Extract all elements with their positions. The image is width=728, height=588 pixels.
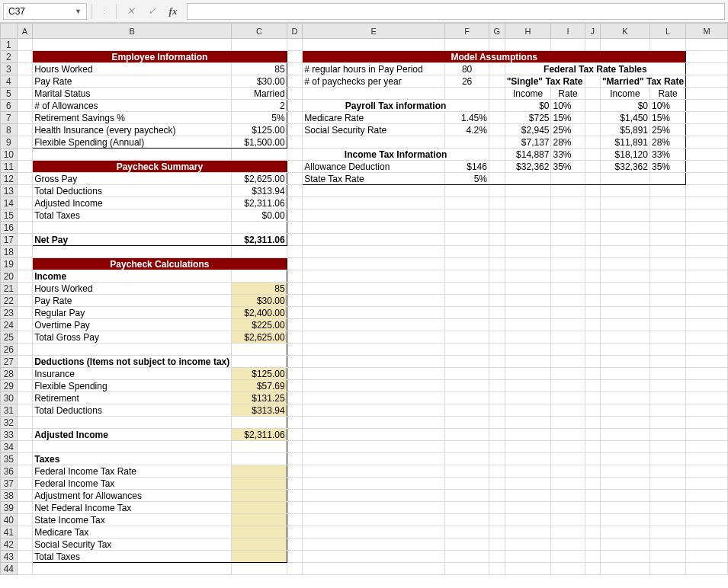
cell[interactable]: [551, 502, 585, 514]
cell[interactable]: "Single" Tax Rate: [505, 75, 585, 88]
cell[interactable]: [585, 429, 600, 441]
cell[interactable]: [649, 538, 685, 551]
cell[interactable]: [649, 514, 685, 526]
cell[interactable]: 85: [232, 283, 287, 295]
cell[interactable]: [585, 173, 600, 185]
cell[interactable]: [686, 185, 728, 197]
cell[interactable]: Social Security Tax: [33, 538, 232, 551]
cell[interactable]: [489, 246, 505, 258]
cell[interactable]: [649, 173, 685, 185]
cell[interactable]: [232, 514, 287, 526]
cell[interactable]: 25%: [649, 124, 685, 136]
cell[interactable]: [17, 538, 33, 551]
cell[interactable]: 28%: [551, 136, 585, 149]
cell[interactable]: [649, 453, 685, 465]
cell[interactable]: [649, 295, 685, 307]
row-header[interactable]: 27: [1, 356, 18, 368]
cell[interactable]: Retirement Savings %: [33, 112, 232, 124]
cell[interactable]: [445, 356, 489, 368]
cell[interactable]: $1,450: [600, 112, 649, 124]
row-header[interactable]: 8: [1, 124, 18, 136]
cell[interactable]: [505, 429, 551, 441]
cell[interactable]: [17, 63, 33, 75]
row-header[interactable]: 11: [1, 161, 18, 173]
cell[interactable]: [505, 478, 551, 490]
cell[interactable]: [585, 490, 600, 502]
row-header[interactable]: 1: [1, 39, 18, 51]
row-header[interactable]: 39: [1, 502, 18, 514]
cell[interactable]: State Income Tax: [33, 514, 232, 526]
cell[interactable]: [686, 404, 728, 417]
cell[interactable]: [489, 538, 505, 551]
col-header[interactable]: L: [649, 24, 685, 39]
cell[interactable]: [287, 222, 303, 234]
cell[interactable]: [686, 75, 728, 88]
cell[interactable]: $0: [600, 100, 649, 112]
cell[interactable]: [17, 258, 33, 270]
row-header[interactable]: 3: [1, 63, 18, 75]
cell[interactable]: $725: [505, 112, 551, 124]
cell[interactable]: [287, 173, 303, 185]
cell[interactable]: [17, 136, 33, 149]
cell[interactable]: [232, 563, 287, 575]
row-header[interactable]: 4: [1, 75, 18, 88]
cell[interactable]: [600, 478, 649, 490]
cell[interactable]: $5,891: [600, 124, 649, 136]
cell[interactable]: [232, 270, 287, 283]
cell[interactable]: [505, 185, 551, 197]
cell[interactable]: [287, 441, 303, 453]
cell[interactable]: [287, 75, 303, 88]
cell[interactable]: [649, 380, 685, 392]
cell[interactable]: [551, 331, 585, 344]
cell[interactable]: Medicare Tax: [33, 526, 232, 538]
cell[interactable]: [686, 465, 728, 478]
cell[interactable]: [600, 441, 649, 453]
cell[interactable]: [17, 161, 33, 173]
row-header[interactable]: 28: [1, 368, 18, 380]
row-header[interactable]: 43: [1, 551, 18, 563]
cell[interactable]: [287, 551, 303, 563]
cell[interactable]: Total Taxes: [33, 551, 232, 563]
cell[interactable]: Income: [505, 88, 551, 100]
cell[interactable]: [33, 563, 232, 575]
cell[interactable]: [232, 551, 287, 563]
cell[interactable]: [686, 283, 728, 295]
row-header[interactable]: 14: [1, 197, 18, 209]
cell[interactable]: [489, 258, 505, 270]
cell[interactable]: [505, 283, 551, 295]
cell[interactable]: [445, 209, 489, 222]
cell[interactable]: [505, 331, 551, 344]
cell[interactable]: Adjusted Income: [33, 197, 232, 209]
cell[interactable]: [686, 246, 728, 258]
cell[interactable]: [686, 173, 728, 185]
cell[interactable]: [551, 344, 585, 356]
cell[interactable]: [303, 551, 445, 563]
cell[interactable]: $131.25: [232, 392, 287, 404]
row-header[interactable]: 23: [1, 307, 18, 319]
col-header[interactable]: H: [505, 24, 551, 39]
cell[interactable]: [600, 222, 649, 234]
cell[interactable]: [585, 124, 600, 136]
cell[interactable]: [17, 100, 33, 112]
cell[interactable]: [686, 331, 728, 344]
cell[interactable]: $30.00: [232, 75, 287, 88]
cell[interactable]: [649, 429, 685, 441]
cell[interactable]: [303, 380, 445, 392]
cell[interactable]: [303, 563, 445, 575]
row-header[interactable]: 15: [1, 209, 18, 222]
cell[interactable]: Adjusted Income: [33, 429, 232, 441]
formula-input[interactable]: [187, 3, 725, 20]
cell[interactable]: [585, 538, 600, 551]
cell[interactable]: [287, 429, 303, 441]
cell[interactable]: [17, 75, 33, 88]
cell[interactable]: [17, 502, 33, 514]
cell[interactable]: [17, 209, 33, 222]
cell[interactable]: [303, 465, 445, 478]
chevron-down-icon[interactable]: ▼: [75, 8, 82, 15]
cell[interactable]: [287, 270, 303, 283]
cell[interactable]: [686, 100, 728, 112]
cell[interactable]: [649, 490, 685, 502]
cell[interactable]: [17, 124, 33, 136]
cell[interactable]: [600, 404, 649, 417]
cell[interactable]: [585, 417, 600, 429]
